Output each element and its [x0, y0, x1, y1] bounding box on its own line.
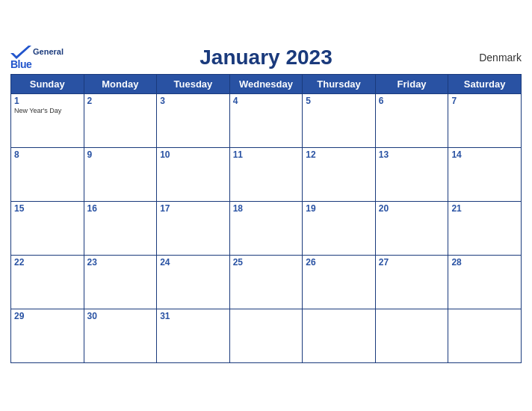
day-cell [303, 309, 376, 362]
header-sunday: Sunday [11, 74, 84, 93]
days-header-row: Sunday Monday Tuesday Wednesday Thursday… [11, 74, 522, 93]
week-row-3: 15161718192021 [11, 201, 522, 255]
day-number: 14 [451, 149, 518, 160]
svg-marker-0 [10, 46, 31, 59]
day-cell: 14 [448, 147, 522, 201]
week-row-4: 22232425262728 [11, 255, 522, 309]
day-cell [448, 309, 522, 362]
day-number: 30 [87, 311, 154, 321]
day-cell: 19 [303, 201, 376, 255]
day-cell: 28 [448, 255, 522, 309]
day-number: 7 [451, 96, 518, 106]
day-cell: 9 [84, 147, 157, 201]
day-number: 9 [87, 149, 154, 160]
day-cell: 4 [229, 93, 303, 147]
day-cell: 6 [375, 93, 448, 147]
day-number: 8 [14, 149, 81, 160]
day-number: 6 [379, 96, 445, 106]
day-cell: 24 [157, 255, 230, 309]
day-cell: 11 [229, 147, 303, 201]
header-thursday: Thursday [303, 74, 376, 93]
header-friday: Friday [375, 74, 448, 93]
day-cell: 17 [157, 201, 230, 255]
header-wednesday: Wednesday [229, 74, 303, 93]
day-number: 4 [233, 96, 300, 106]
day-cell: 12 [303, 147, 376, 201]
day-cell: 31 [157, 309, 230, 362]
day-number: 10 [160, 149, 226, 160]
day-cell: 25 [229, 255, 303, 309]
country-label: Denmark [462, 52, 522, 64]
day-cell: 27 [375, 255, 448, 309]
calendar-table: Sunday Monday Tuesday Wednesday Thursday… [10, 74, 522, 363]
day-cell: 16 [84, 201, 157, 255]
day-cell: 22 [11, 255, 84, 309]
day-cell: 13 [375, 147, 448, 201]
day-cell: 26 [303, 255, 376, 309]
day-cell: 18 [229, 201, 303, 255]
day-cell: 7 [448, 93, 522, 147]
logo-general-text: General [33, 48, 64, 56]
day-cell: 5 [303, 93, 376, 147]
day-number: 21 [451, 203, 518, 214]
day-cell: 2 [84, 93, 157, 147]
day-number: 15 [14, 203, 81, 214]
day-number: 2 [87, 96, 154, 106]
day-number: 29 [14, 311, 81, 321]
day-cell: 30 [84, 309, 157, 362]
day-cell: 3 [157, 93, 230, 147]
day-number: 27 [379, 257, 445, 268]
header-monday: Monday [84, 74, 157, 93]
day-number: 20 [379, 203, 445, 214]
day-cell [375, 309, 448, 362]
day-number: 13 [379, 149, 445, 160]
day-number: 5 [306, 96, 372, 106]
day-number: 12 [306, 149, 372, 160]
day-cell: 10 [157, 147, 230, 201]
day-number: 11 [233, 149, 300, 160]
logo-blue-text: Blue [10, 59, 31, 69]
day-number: 19 [306, 203, 372, 214]
header-tuesday: Tuesday [157, 74, 230, 93]
day-number: 16 [87, 203, 154, 214]
day-number: 28 [451, 257, 518, 268]
day-number: 18 [233, 203, 300, 214]
calendar-wrapper: General Blue January 2023 Denmark Sunday… [0, 38, 532, 374]
day-cell: 29 [11, 309, 84, 362]
day-number: 22 [14, 257, 81, 268]
logo-area: General Blue [10, 46, 70, 69]
day-number: 17 [160, 203, 226, 214]
week-row-2: 891011121314 [11, 147, 522, 201]
day-cell: 21 [448, 201, 522, 255]
day-cell: 8 [11, 147, 84, 201]
day-number: 24 [160, 257, 226, 268]
day-number: 3 [160, 96, 226, 106]
calendar-title: January 2023 [70, 46, 462, 69]
week-row-1: 1New Year's Day234567 [11, 93, 522, 147]
day-number: 31 [160, 311, 226, 321]
day-cell: 23 [84, 255, 157, 309]
logo-top: General [10, 46, 64, 59]
day-number: 26 [306, 257, 372, 268]
day-cell [229, 309, 303, 362]
holiday-label: New Year's Day [14, 107, 81, 115]
calendar-header: General Blue January 2023 Denmark [10, 46, 522, 69]
week-row-5: 293031 [11, 309, 522, 362]
day-cell: 20 [375, 201, 448, 255]
day-cell: 1New Year's Day [11, 93, 84, 147]
day-number: 25 [233, 257, 300, 268]
logo-bird-icon [10, 46, 31, 59]
day-number: 23 [87, 257, 154, 268]
header-saturday: Saturday [448, 74, 522, 93]
day-number: 1 [14, 96, 81, 106]
day-cell: 15 [11, 201, 84, 255]
